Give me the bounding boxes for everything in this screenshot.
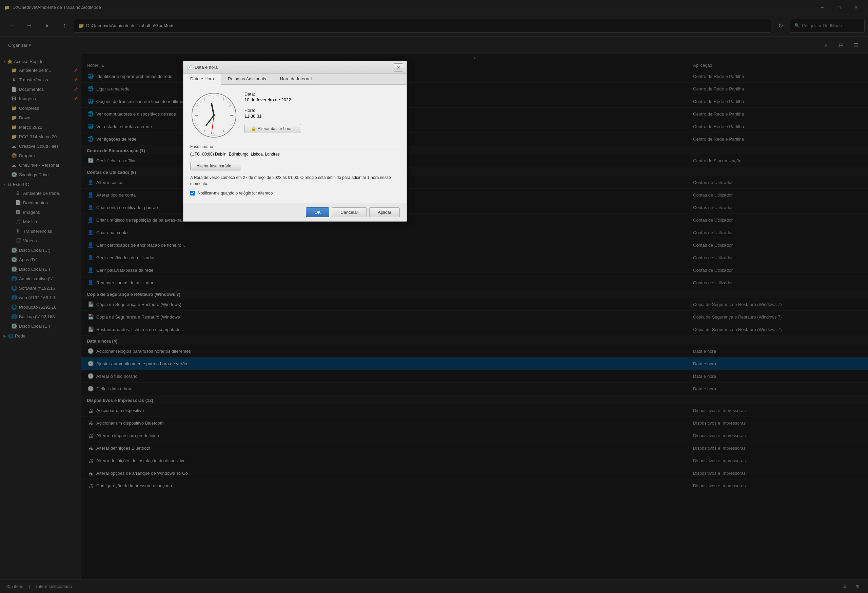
tab-relogios-adicionais[interactable]: Relógios Adicionais — [221, 74, 273, 84]
date-label: Data: — [245, 91, 400, 97]
notify-checkbox[interactable] — [190, 191, 195, 196]
apply-button[interactable]: Aplicar — [369, 207, 400, 217]
dialog-content: Data: 10 de fevereiro de 2022 Hora: 11:3… — [190, 91, 400, 139]
datetime-info: Data: 10 de fevereiro de 2022 Hora: 11:3… — [245, 91, 400, 139]
tab-data-hora[interactable]: Data e Hora — [183, 74, 221, 85]
time-label: Hora: — [245, 108, 400, 113]
dst-text: A Hora de verão começa em 27 de março de… — [190, 175, 400, 187]
tz-divider: Fuso horário — [190, 144, 400, 149]
time-group: Hora: 11:38:31 — [245, 108, 400, 119]
dialog-footer: OK Cancelar Aplicar — [183, 203, 406, 221]
dialog-body: Data: 10 de fevereiro de 2022 Hora: 11:3… — [183, 85, 406, 203]
tz-line — [216, 147, 400, 147]
cancel-button[interactable]: Cancelar — [332, 207, 366, 217]
dialog-overlay: 🕐 Data e hora ✕ Data e Hora Relógios Adi… — [0, 0, 868, 593]
dialog-title-text: Data e hora — [195, 65, 218, 70]
tz-label: Fuso horário — [190, 144, 213, 149]
datetime-dialog: 🕐 Data e hora ✕ Data e Hora Relógios Adi… — [183, 61, 407, 222]
change-timezone-button[interactable]: Alterar fuso horário... — [190, 162, 241, 171]
timezone-section: Fuso horário (UTC+00:00) Dublin, Edimbur… — [190, 144, 400, 171]
date-group: Data: 10 de fevereiro de 2022 — [245, 91, 400, 102]
change-datetime-button[interactable]: 🔒 Alterar data e hora... — [245, 124, 301, 133]
dst-section: A Hora de verão começa em 27 de março de… — [190, 175, 400, 196]
notify-label: Notificar-me quando o relógio for altera… — [198, 190, 273, 196]
time-value: 11:38:31 — [245, 113, 400, 119]
dialog-close-button[interactable]: ✕ — [394, 63, 403, 72]
notify-checkbox-row: Notificar-me quando o relógio for altera… — [190, 190, 400, 196]
clock-display — [190, 91, 238, 139]
dialog-tabs: Data e Hora Relógios Adicionais Hora da … — [183, 74, 406, 85]
svg-point-17 — [213, 114, 215, 116]
clock-dialog-icon: 🕐 — [187, 65, 193, 70]
tab-hora-internet[interactable]: Hora da Internet — [273, 74, 319, 84]
dialog-title-left: 🕐 Data e hora — [187, 65, 218, 70]
dialog-titlebar: 🕐 Data e hora ✕ — [183, 61, 406, 74]
tz-value: (UTC+00:00) Dublin, Edimburgo, Lisboa, L… — [190, 152, 400, 156]
ok-button[interactable]: OK — [306, 207, 329, 217]
date-value: 10 de fevereiro de 2022 — [245, 97, 400, 102]
shield-icon: 🔒 — [251, 126, 256, 131]
